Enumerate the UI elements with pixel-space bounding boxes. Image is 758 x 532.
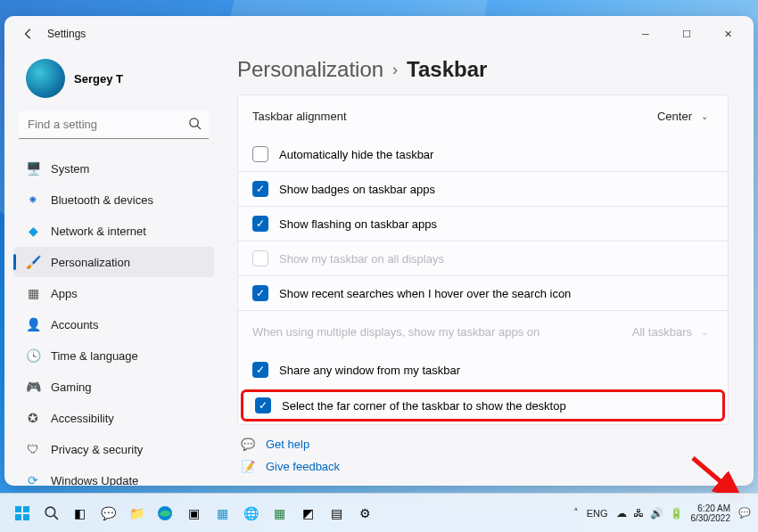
checkbox-label: Show badges on taskbar apps <box>279 183 435 196</box>
sidebar-item-bluetooth-devices[interactable]: ⁕Bluetooth & devices <box>13 184 214 215</box>
search-icon <box>188 117 202 134</box>
sidebar-item-label: Windows Update <box>51 474 138 487</box>
close-button[interactable]: ✕ <box>707 20 748 48</box>
terminal-icon[interactable]: ▣ <box>182 502 205 525</box>
profile-name: Sergey T <box>74 72 123 86</box>
sidebar-item-gaming[interactable]: 🎮Gaming <box>13 372 214 402</box>
start-button[interactable] <box>11 502 34 525</box>
onedrive-icon[interactable]: ☁ <box>616 507 627 520</box>
multi-display-value: All taskbars <box>632 325 692 339</box>
app-icon[interactable]: ▤ <box>325 502 348 525</box>
checkbox-row[interactable]: ✓Select the far corner of the taskbar to… <box>241 389 725 422</box>
get-help-link[interactable]: 💬 Get help <box>241 438 729 451</box>
sidebar-item-label: Privacy & security <box>51 443 143 456</box>
give-feedback-link[interactable]: 📝 Give feedback <box>241 460 729 473</box>
sidebar-item-apps[interactable]: ▦Apps <box>13 278 214 308</box>
checkbox-row[interactable]: ✓Show recent searches when I hover over … <box>238 275 728 310</box>
chat-icon[interactable]: 💬 <box>96 502 119 525</box>
taskbar-alignment-dropdown[interactable]: Center ⌄ <box>652 106 713 127</box>
sidebar-item-icon: ⟳ <box>26 473 40 486</box>
sidebar-item-label: Time & language <box>51 349 138 363</box>
system-tray[interactable]: ˄ ENG ☁ 🖧 🔊 🔋 6:20 AM 6/30/2022 💬 <box>573 503 758 523</box>
app-icon[interactable]: ▦ <box>268 502 291 525</box>
taskbar-alignment-card: Taskbar alignment Center ⌄ Automatically… <box>237 94 729 425</box>
chevron-right-icon: › <box>392 61 398 79</box>
app-icon[interactable]: ▦ <box>210 502 234 525</box>
chevron-down-icon: ⌄ <box>701 111 708 121</box>
checkbox-label: Show flashing on taskbar apps <box>279 217 437 231</box>
sidebar-item-label: Accounts <box>51 318 98 331</box>
checkbox[interactable]: ✓ <box>252 181 268 197</box>
help-links: 💬 Get help 📝 Give feedback <box>237 438 729 473</box>
battery-icon[interactable]: 🔋 <box>670 507 683 520</box>
checkbox-row[interactable]: ✓Show badges on taskbar apps <box>238 171 728 206</box>
sidebar-item-icon: ✪ <box>26 411 40 425</box>
avatar <box>26 59 65 98</box>
app-icon[interactable]: 🌐 <box>239 502 262 525</box>
taskbar-search-icon[interactable] <box>39 502 62 525</box>
checkbox[interactable]: ✓ <box>252 216 268 232</box>
checkbox[interactable]: ✓ <box>252 362 268 378</box>
profile-block[interactable]: Sergey T <box>13 52 214 109</box>
sidebar-item-label: Accessibility <box>51 412 114 425</box>
app-icon[interactable]: ◩ <box>296 502 319 525</box>
search-input[interactable] <box>19 110 209 139</box>
checkbox-row: Show my taskbar on all displays <box>238 241 728 275</box>
sidebar: Sergey T 🖥️System⁕Bluetooth & devices◆Ne… <box>4 52 223 486</box>
breadcrumb-section[interactable]: Personalization <box>237 57 383 82</box>
sidebar-item-system[interactable]: 🖥️System <box>13 153 214 184</box>
svg-rect-5 <box>15 514 21 520</box>
sidebar-item-network-internet[interactable]: ◆Network & internet <box>13 216 214 246</box>
checkbox[interactable]: ✓ <box>255 397 271 413</box>
sidebar-item-accessibility[interactable]: ✪Accessibility <box>13 403 214 433</box>
file-explorer-icon[interactable]: 📁 <box>125 502 148 525</box>
taskbar-pinned-apps: ◧ 💬 📁 ▣ ▦ 🌐 ▦ ◩ ▤ ⚙ <box>11 502 376 525</box>
sidebar-item-accounts[interactable]: 👤Accounts <box>13 309 214 340</box>
get-help-label: Get help <box>266 438 309 451</box>
sidebar-item-label: Bluetooth & devices <box>51 193 153 207</box>
sidebar-item-windows-update[interactable]: ⟳Windows Update <box>13 465 214 486</box>
tray-chevron-icon[interactable]: ˄ <box>573 507 579 519</box>
checkbox[interactable]: ✓ <box>252 285 268 301</box>
checkbox-row[interactable]: ✓Show flashing on taskbar apps <box>238 206 728 241</box>
sidebar-item-icon: ◆ <box>26 224 40 238</box>
sidebar-item-time-language[interactable]: 🕓Time & language <box>13 340 214 371</box>
main-content: Personalization › Taskbar Taskbar alignm… <box>223 52 754 486</box>
language-indicator[interactable]: ENG <box>587 508 608 519</box>
settings-icon[interactable]: ⚙ <box>353 502 376 525</box>
sidebar-item-privacy-security[interactable]: 🛡Privacy & security <box>13 434 214 464</box>
taskbar[interactable]: ◧ 💬 📁 ▣ ▦ 🌐 ▦ ◩ ▤ ⚙ ˄ ENG ☁ 🖧 🔊 🔋 6:20 A… <box>0 493 758 532</box>
checkbox-label: Automatically hide the taskbar <box>279 148 433 161</box>
multi-display-dropdown: All taskbars ⌄ <box>627 322 713 342</box>
sidebar-item-icon: 🖥️ <box>26 161 40 176</box>
taskbar-alignment-row[interactable]: Taskbar alignment Center ⌄ <box>238 95 728 137</box>
notifications-icon[interactable]: 💬 <box>738 507 751 519</box>
checkbox-row[interactable]: Automatically hide the taskbar <box>238 137 728 171</box>
sidebar-item-label: Gaming <box>51 381 92 394</box>
checkbox-row[interactable]: ✓Share any window from my taskbar <box>238 353 728 387</box>
clock[interactable]: 6:20 AM 6/30/2022 <box>691 503 731 523</box>
edge-icon[interactable] <box>153 502 177 525</box>
multi-display-label: When using multiple displays, show my ta… <box>252 325 627 339</box>
checkbox-label: Share any window from my taskbar <box>279 364 460 377</box>
checkbox <box>252 250 268 266</box>
svg-rect-3 <box>15 506 21 512</box>
multi-display-row: When using multiple displays, show my ta… <box>238 310 728 353</box>
sidebar-item-icon: 👤 <box>26 317 40 331</box>
volume-icon[interactable]: 🔊 <box>650 507 663 520</box>
back-button[interactable] <box>15 20 42 47</box>
checkbox-label: Show my taskbar on all displays <box>279 252 444 266</box>
svg-point-7 <box>45 507 55 517</box>
network-icon[interactable]: 🖧 <box>633 507 644 520</box>
sidebar-item-label: Personalization <box>51 256 130 269</box>
task-view-icon[interactable]: ◧ <box>68 502 91 525</box>
maximize-button[interactable]: ☐ <box>666 20 707 48</box>
checkbox-label: Show recent searches when I hover over t… <box>279 287 571 300</box>
chevron-down-icon: ⌄ <box>701 327 708 337</box>
minimize-button[interactable]: ─ <box>625 20 666 48</box>
sidebar-item-icon: 🖌️ <box>26 255 40 269</box>
taskbar-alignment-value: Center <box>657 110 692 123</box>
sidebar-item-personalization[interactable]: 🖌️Personalization <box>13 247 214 277</box>
search-box[interactable] <box>19 110 209 139</box>
checkbox[interactable] <box>252 146 268 162</box>
